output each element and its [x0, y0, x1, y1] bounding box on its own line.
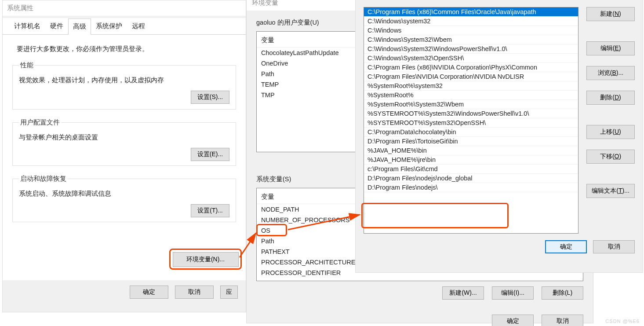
- tab-system-protection[interactable]: 系统保护: [91, 18, 127, 34]
- group-legend: 启动和故障恢复: [19, 175, 68, 183]
- startup-group: 启动和故障恢复 系统启动、系统故障和调试信息 设置(T)...: [12, 175, 236, 222]
- env-vars-highlight: 环境变量(N)...: [169, 249, 242, 270]
- group-desc: 与登录帐户相关的桌面设置: [19, 133, 229, 142]
- path-row[interactable]: C:\Program Files (x86)\NVIDIA Corporatio…: [364, 63, 578, 72]
- path-row[interactable]: C:\Windows: [364, 26, 578, 35]
- path-row-nodejs[interactable]: D:\Program Files\nodejs\: [364, 183, 578, 192]
- path-row[interactable]: %JAVA_HOME%\bin: [364, 146, 578, 155]
- tab-computer-name[interactable]: 计算机名: [9, 18, 45, 34]
- dialog-footer: 确定 取消 应: [3, 280, 246, 304]
- dialog-body: 要进行大多数更改，你必须作为管理员登录。 性能 视觉效果，处理器计划，内存使用，…: [3, 35, 246, 280]
- group-desc: 系统启动、系统故障和调试信息: [19, 190, 229, 198]
- performance-group: 性能 视觉效果，处理器计划，内存使用，以及虚拟内存 设置(S)...: [12, 61, 236, 110]
- edit-button[interactable]: 编辑(I)...: [492, 286, 534, 300]
- path-row-nodejs-global[interactable]: D:\Program Files\nodejs\node_global: [364, 174, 578, 183]
- path-row[interactable]: C:\Windows\System32\OpenSSH\: [364, 54, 578, 63]
- edit-path-dialog: C:\Program Files (x86)\Common Files\Orac…: [355, 0, 643, 273]
- browse-button[interactable]: 浏览(B)...: [586, 66, 635, 80]
- path-row[interactable]: c:\Program Files\Git\cmd: [364, 165, 578, 174]
- path-row[interactable]: C:\Windows\System32\WindowsPowerShell\v1…: [364, 44, 578, 54]
- env-vars-button[interactable]: 环境变量(N)...: [173, 252, 239, 267]
- watermark: CSDN @%E6: [605, 319, 640, 324]
- path-row[interactable]: %SystemRoot%\System32\Wbem: [364, 100, 578, 109]
- profile-settings-button[interactable]: 设置(E)...: [191, 148, 229, 161]
- admin-note: 要进行大多数更改，你必须作为管理员登录。: [17, 45, 236, 53]
- window-title: 系统属性: [3, 0, 246, 16]
- path-row[interactable]: %SYSTEMROOT%\System32\OpenSSH\: [364, 118, 578, 128]
- group-legend: 用户配置文件: [19, 118, 61, 127]
- edit-text-button[interactable]: 编辑文本(T)...: [586, 184, 635, 198]
- path-row[interactable]: %JAVA_HOME%\jre\bin: [364, 155, 578, 165]
- path-row[interactable]: %SystemRoot%: [364, 91, 578, 100]
- path-row[interactable]: C:\Windows\system32: [364, 17, 578, 26]
- dialog-footer: 确定 取消: [356, 236, 643, 258]
- ok-button[interactable]: 确定: [545, 240, 587, 253]
- ok-button[interactable]: 确定: [130, 286, 168, 299]
- user-profile-group: 用户配置文件 与登录帐户相关的桌面设置 设置(E)...: [12, 118, 236, 166]
- delete-button[interactable]: 删除(D): [586, 91, 635, 105]
- sys-btn-row: 新建(W)... 编辑(I)... 删除(L): [256, 286, 583, 300]
- tab-advanced[interactable]: 高级: [68, 18, 91, 35]
- ok-button[interactable]: 确定: [492, 315, 534, 326]
- cancel-button[interactable]: 取消: [593, 240, 635, 253]
- cancel-button[interactable]: 取消: [175, 286, 214, 299]
- edit-button[interactable]: 编辑(E): [586, 41, 635, 55]
- perf-settings-button[interactable]: 设置(S)...: [191, 91, 229, 104]
- move-up-button[interactable]: 上移(U): [586, 125, 635, 139]
- new-button[interactable]: 新建(N): [586, 7, 635, 21]
- delete-button[interactable]: 删除(L): [542, 286, 583, 300]
- tab-hardware[interactable]: 硬件: [45, 18, 68, 34]
- move-down-button[interactable]: 下移(O): [586, 150, 635, 164]
- path-list[interactable]: C:\Program Files (x86)\Common Files\Orac…: [364, 7, 579, 234]
- group-desc: 视觉效果，处理器计划，内存使用，以及虚拟内存: [19, 76, 229, 84]
- startup-settings-button[interactable]: 设置(T)...: [191, 204, 229, 217]
- path-row[interactable]: D:\Program Files\TortoiseGit\bin: [364, 137, 578, 146]
- cancel-button[interactable]: 取消: [542, 315, 583, 326]
- path-row[interactable]: C:\Windows\System32\Wbem: [364, 35, 578, 44]
- path-row[interactable]: %SystemRoot%\system32: [364, 81, 578, 91]
- path-row[interactable]: C:\Program Files\NVIDIA Corporation\NVID…: [364, 72, 578, 81]
- group-legend: 性能: [19, 61, 35, 70]
- tab-remote[interactable]: 远程: [127, 18, 150, 34]
- apply-button[interactable]: 应: [220, 286, 238, 299]
- path-row[interactable]: C:\Program Files (x86)\Common Files\Orac…: [364, 7, 578, 17]
- new-button[interactable]: 新建(W)...: [442, 286, 484, 300]
- path-row[interactable]: C:\ProgramData\chocolatey\bin: [364, 128, 578, 137]
- dialog-footer: 确定 取消: [247, 313, 593, 326]
- side-buttons: 新建(N) 编辑(E) 浏览(B)... 删除(D) 上移(U) 下移(O) 编…: [586, 7, 635, 234]
- dialog-body: C:\Program Files (x86)\Common Files\Orac…: [356, 0, 643, 236]
- path-row[interactable]: %SYSTEMROOT%\System32\WindowsPowerShell\…: [364, 109, 578, 118]
- tab-bar: 计算机名 硬件 高级 系统保护 远程: [3, 18, 246, 35]
